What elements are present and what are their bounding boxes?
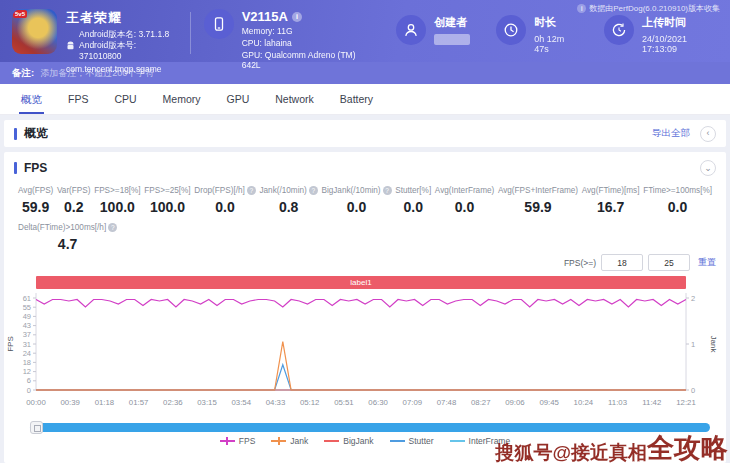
stat-FPS>=18[%]: FPS>=18[%]100.0 xyxy=(94,186,140,215)
device-meta: V2115A i Memory: 11G CPU: lahaina GPU: Q… xyxy=(242,9,371,70)
svg-text:2: 2 xyxy=(691,294,695,303)
legend-marker-icon xyxy=(450,437,465,445)
upload-time-value: 24/10/2021 17:13:09 xyxy=(642,34,720,54)
fps-section-header: FPS ⌄ xyxy=(4,152,726,176)
history-icon xyxy=(604,15,634,45)
chart-label-band: label1 xyxy=(36,276,686,289)
device-model: V2115A xyxy=(242,9,288,24)
tab-Memory[interactable]: Memory xyxy=(150,84,214,114)
legend-item-Stutter[interactable]: Stutter xyxy=(390,436,434,446)
report-header: 5v5 王者荣耀 Android版本名: 3.71.1.8 Android版本号… xyxy=(0,0,730,62)
stat-FPS>=25[%]: FPS>=25[%]100.0 xyxy=(144,186,190,215)
fps-stats-row-2: Delta(FTime)>100ms[/h]?4.7 xyxy=(4,215,726,252)
stat-Avg(FPS): Avg(FPS)59.9 xyxy=(18,186,53,215)
chart-scrollbar-handle[interactable] xyxy=(30,421,43,434)
fps-collapse-button[interactable]: ⌄ xyxy=(700,160,716,176)
tab-bar: 概览FPSCPUMemoryGPUNetworkBattery xyxy=(0,84,730,115)
device-cpu: CPU: lahaina xyxy=(242,38,371,48)
stat-BigJank(/10min): BigJank(/10min)?0.0 xyxy=(321,186,391,215)
legend-item-FPS[interactable]: FPS xyxy=(220,436,256,446)
duration-label: 时长 xyxy=(534,15,578,30)
fps-filter-row: FPS(>=) 重置 xyxy=(4,252,726,271)
fps-chart: 61554943373124181260210FPSJank00:0000:39… xyxy=(4,290,718,418)
app-version-row: Android版本名: 3.71.1.8 Android版本号: 3710108… xyxy=(66,29,177,62)
app-version-code: Android版本号: 371010800 xyxy=(79,40,177,62)
chart-legend: FPSJankBigJankStutterInterFrame xyxy=(4,436,726,446)
legend-label: BigJank xyxy=(343,436,373,446)
svg-text:12:21: 12:21 xyxy=(676,398,696,407)
stat-info-icon[interactable]: ? xyxy=(309,186,318,195)
fps-filter-label: FPS(>=) xyxy=(564,258,596,268)
svg-text:11:03: 11:03 xyxy=(608,398,627,407)
reset-link[interactable]: 重置 xyxy=(698,256,716,269)
upload-time-label: 上传时间 xyxy=(642,15,720,30)
upload-time-block: 上传时间 24/10/2021 17:13:09 xyxy=(604,15,720,54)
clock-icon xyxy=(496,15,526,45)
svg-text:07:48: 07:48 xyxy=(437,398,457,407)
svg-text:09:45: 09:45 xyxy=(539,398,559,407)
svg-text:Jank: Jank xyxy=(709,336,718,354)
legend-label: Stutter xyxy=(409,436,434,446)
header-divider xyxy=(190,12,191,54)
stat-info-icon[interactable]: ? xyxy=(108,223,117,232)
legend-marker-icon xyxy=(271,437,286,445)
fps-threshold-input-1[interactable] xyxy=(601,254,643,271)
phone-icon xyxy=(204,9,234,39)
svg-text:00:39: 00:39 xyxy=(60,398,80,407)
svg-text:05:51: 05:51 xyxy=(334,398,354,407)
creator-name-redacted xyxy=(434,34,470,45)
tab-概览[interactable]: 概览 xyxy=(8,84,55,114)
creator-label: 创建者 xyxy=(434,15,470,30)
source-note-text: 数据由PerfDog(6.0.210910)版本收集 xyxy=(589,3,720,14)
legend-item-InterFrame[interactable]: InterFrame xyxy=(450,436,511,446)
tab-GPU[interactable]: GPU xyxy=(214,84,263,114)
legend-label: Jank xyxy=(290,436,308,446)
legend-item-Jank[interactable]: Jank xyxy=(271,436,308,446)
svg-text:00:00: 00:00 xyxy=(26,398,46,407)
stat-Delta(FTime)>100ms[/h]: Delta(FTime)>100ms[/h]?4.7 xyxy=(18,223,117,252)
device-info-icon[interactable]: i xyxy=(292,12,302,22)
stat-info-icon[interactable]: ? xyxy=(247,186,256,195)
overview-section-bar: 概览 导出全部 ‹ xyxy=(4,120,726,147)
legend-marker-icon xyxy=(220,437,235,445)
tab-CPU[interactable]: CPU xyxy=(101,84,149,114)
tab-FPS[interactable]: FPS xyxy=(55,84,101,114)
svg-text:49: 49 xyxy=(23,312,31,321)
stat-Var(FPS): Var(FPS)0.2 xyxy=(57,186,91,215)
user-icon xyxy=(396,15,426,45)
duration-value: 0h 12m 47s xyxy=(534,34,578,54)
legend-marker-icon xyxy=(390,437,405,445)
tab-Battery[interactable]: Battery xyxy=(327,84,386,114)
legend-item-BigJank[interactable]: BigJank xyxy=(324,436,373,446)
export-all-link[interactable]: 导出全部 xyxy=(652,127,690,140)
stat-Avg(InterFrame): Avg(InterFrame)0.0 xyxy=(435,186,494,215)
legend-label: InterFrame xyxy=(469,436,511,446)
fps-threshold-input-2[interactable] xyxy=(648,254,690,271)
overview-collapse-button[interactable]: ‹ xyxy=(700,126,716,142)
svg-text:55: 55 xyxy=(23,303,31,312)
overview-title: 概览 xyxy=(24,125,48,142)
fps-title-row: FPS xyxy=(14,161,47,175)
creator-block: 创建者 xyxy=(396,15,470,45)
svg-text:10:24: 10:24 xyxy=(574,398,594,407)
legend-marker-icon xyxy=(324,437,339,445)
app-name: 王者荣耀 xyxy=(66,9,177,27)
svg-text:01:57: 01:57 xyxy=(129,398,149,407)
svg-text:24: 24 xyxy=(23,349,31,358)
svg-text:06:30: 06:30 xyxy=(368,398,388,407)
chart-scrollbar[interactable] xyxy=(30,423,710,432)
stat-info-icon[interactable]: ? xyxy=(383,186,392,195)
svg-text:61: 61 xyxy=(23,294,31,303)
app-icon-badge: 5v5 xyxy=(13,10,27,18)
stat-FTime>=100ms[%]: FTime>=100ms[%]0.0 xyxy=(643,186,712,215)
tab-Network[interactable]: Network xyxy=(262,84,327,114)
legend-label: FPS xyxy=(239,436,256,446)
svg-text:1: 1 xyxy=(691,340,695,349)
device-block: V2115A i Memory: 11G CPU: lahaina GPU: Q… xyxy=(204,9,371,70)
svg-text:43: 43 xyxy=(23,321,31,330)
svg-text:01:18: 01:18 xyxy=(95,398,115,407)
app-package: com.tencent.tmgp.sgame xyxy=(66,64,177,74)
svg-text:37: 37 xyxy=(23,330,31,339)
device-memory: Memory: 11G xyxy=(242,26,371,36)
app-icon: 5v5 xyxy=(12,9,57,54)
